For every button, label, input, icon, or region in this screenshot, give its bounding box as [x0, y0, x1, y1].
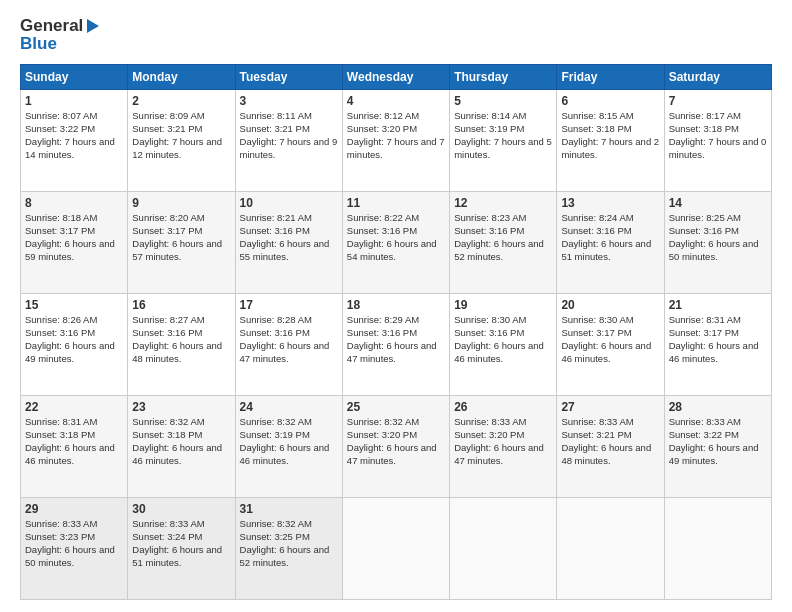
day-number: 27: [561, 399, 659, 415]
sunset-text: Sunset: 3:19 PM: [454, 123, 524, 134]
col-header-wednesday: Wednesday: [342, 65, 449, 90]
daylight-text: Daylight: 7 hours and 0 minutes.: [669, 136, 767, 160]
sunset-text: Sunset: 3:20 PM: [347, 123, 417, 134]
sunrise-text: Sunrise: 8:21 AM: [240, 212, 312, 223]
col-header-thursday: Thursday: [450, 65, 557, 90]
daylight-text: Daylight: 6 hours and 46 minutes.: [669, 340, 759, 364]
daylight-text: Daylight: 6 hours and 46 minutes.: [240, 442, 330, 466]
logo-blue: Blue: [20, 34, 57, 54]
sunset-text: Sunset: 3:20 PM: [454, 429, 524, 440]
daylight-text: Daylight: 6 hours and 47 minutes.: [454, 442, 544, 466]
sunrise-text: Sunrise: 8:17 AM: [669, 110, 741, 121]
page: General Blue SundayMondayTuesdayWednesda…: [0, 0, 792, 612]
calendar-cell: 31Sunrise: 8:32 AMSunset: 3:25 PMDayligh…: [235, 498, 342, 600]
daylight-text: Daylight: 6 hours and 47 minutes.: [240, 340, 330, 364]
calendar-cell: 18Sunrise: 8:29 AMSunset: 3:16 PMDayligh…: [342, 294, 449, 396]
sunrise-text: Sunrise: 8:18 AM: [25, 212, 97, 223]
sunset-text: Sunset: 3:16 PM: [132, 327, 202, 338]
sunrise-text: Sunrise: 8:31 AM: [669, 314, 741, 325]
calendar-cell: 7Sunrise: 8:17 AMSunset: 3:18 PMDaylight…: [664, 90, 771, 192]
sunrise-text: Sunrise: 8:15 AM: [561, 110, 633, 121]
week-row-4: 22Sunrise: 8:31 AMSunset: 3:18 PMDayligh…: [21, 396, 772, 498]
calendar-cell: 3Sunrise: 8:11 AMSunset: 3:21 PMDaylight…: [235, 90, 342, 192]
sunset-text: Sunset: 3:21 PM: [132, 123, 202, 134]
day-number: 1: [25, 93, 123, 109]
sunset-text: Sunset: 3:16 PM: [240, 225, 310, 236]
sunrise-text: Sunrise: 8:33 AM: [669, 416, 741, 427]
sunrise-text: Sunrise: 8:30 AM: [561, 314, 633, 325]
sunrise-text: Sunrise: 8:11 AM: [240, 110, 312, 121]
week-row-1: 1Sunrise: 8:07 AMSunset: 3:22 PMDaylight…: [21, 90, 772, 192]
sunset-text: Sunset: 3:21 PM: [240, 123, 310, 134]
calendar-cell: 30Sunrise: 8:33 AMSunset: 3:24 PMDayligh…: [128, 498, 235, 600]
calendar-cell: 27Sunrise: 8:33 AMSunset: 3:21 PMDayligh…: [557, 396, 664, 498]
sunset-text: Sunset: 3:18 PM: [132, 429, 202, 440]
day-number: 16: [132, 297, 230, 313]
calendar-table: SundayMondayTuesdayWednesdayThursdayFrid…: [20, 64, 772, 600]
calendar-cell: 14Sunrise: 8:25 AMSunset: 3:16 PMDayligh…: [664, 192, 771, 294]
day-number: 19: [454, 297, 552, 313]
sunrise-text: Sunrise: 8:31 AM: [25, 416, 97, 427]
logo-top: General: [20, 16, 101, 36]
calendar-cell: 21Sunrise: 8:31 AMSunset: 3:17 PMDayligh…: [664, 294, 771, 396]
col-header-monday: Monday: [128, 65, 235, 90]
sunset-text: Sunset: 3:21 PM: [561, 429, 631, 440]
calendar-cell: 25Sunrise: 8:32 AMSunset: 3:20 PMDayligh…: [342, 396, 449, 498]
calendar-cell: 8Sunrise: 8:18 AMSunset: 3:17 PMDaylight…: [21, 192, 128, 294]
sunrise-text: Sunrise: 8:29 AM: [347, 314, 419, 325]
day-number: 23: [132, 399, 230, 415]
daylight-text: Daylight: 7 hours and 9 minutes.: [240, 136, 338, 160]
week-row-2: 8Sunrise: 8:18 AMSunset: 3:17 PMDaylight…: [21, 192, 772, 294]
calendar-cell: 26Sunrise: 8:33 AMSunset: 3:20 PMDayligh…: [450, 396, 557, 498]
sunset-text: Sunset: 3:24 PM: [132, 531, 202, 542]
daylight-text: Daylight: 7 hours and 7 minutes.: [347, 136, 445, 160]
daylight-text: Daylight: 7 hours and 12 minutes.: [132, 136, 222, 160]
sunrise-text: Sunrise: 8:30 AM: [454, 314, 526, 325]
day-number: 18: [347, 297, 445, 313]
daylight-text: Daylight: 6 hours and 55 minutes.: [240, 238, 330, 262]
day-number: 9: [132, 195, 230, 211]
day-number: 7: [669, 93, 767, 109]
sunset-text: Sunset: 3:16 PM: [347, 225, 417, 236]
daylight-text: Daylight: 6 hours and 47 minutes.: [347, 442, 437, 466]
daylight-text: Daylight: 6 hours and 48 minutes.: [132, 340, 222, 364]
sunrise-text: Sunrise: 8:23 AM: [454, 212, 526, 223]
calendar-cell: 10Sunrise: 8:21 AMSunset: 3:16 PMDayligh…: [235, 192, 342, 294]
logo-arrow-icon: [83, 17, 101, 35]
sunrise-text: Sunrise: 8:28 AM: [240, 314, 312, 325]
calendar-cell: 2Sunrise: 8:09 AMSunset: 3:21 PMDaylight…: [128, 90, 235, 192]
daylight-text: Daylight: 6 hours and 59 minutes.: [25, 238, 115, 262]
day-number: 4: [347, 93, 445, 109]
calendar-cell: 5Sunrise: 8:14 AMSunset: 3:19 PMDaylight…: [450, 90, 557, 192]
day-number: 26: [454, 399, 552, 415]
daylight-text: Daylight: 7 hours and 2 minutes.: [561, 136, 659, 160]
day-number: 15: [25, 297, 123, 313]
day-number: 12: [454, 195, 552, 211]
calendar-cell: [557, 498, 664, 600]
sunset-text: Sunset: 3:16 PM: [454, 327, 524, 338]
calendar-cell: 22Sunrise: 8:31 AMSunset: 3:18 PMDayligh…: [21, 396, 128, 498]
day-number: 2: [132, 93, 230, 109]
logo: General Blue: [20, 16, 101, 54]
daylight-text: Daylight: 6 hours and 51 minutes.: [132, 544, 222, 568]
calendar-cell: 15Sunrise: 8:26 AMSunset: 3:16 PMDayligh…: [21, 294, 128, 396]
sunset-text: Sunset: 3:25 PM: [240, 531, 310, 542]
daylight-text: Daylight: 6 hours and 52 minutes.: [454, 238, 544, 262]
calendar-cell: 29Sunrise: 8:33 AMSunset: 3:23 PMDayligh…: [21, 498, 128, 600]
sunrise-text: Sunrise: 8:26 AM: [25, 314, 97, 325]
day-number: 29: [25, 501, 123, 517]
sunset-text: Sunset: 3:17 PM: [132, 225, 202, 236]
sunrise-text: Sunrise: 8:24 AM: [561, 212, 633, 223]
sunrise-text: Sunrise: 8:33 AM: [132, 518, 204, 529]
calendar-cell: 23Sunrise: 8:32 AMSunset: 3:18 PMDayligh…: [128, 396, 235, 498]
daylight-text: Daylight: 7 hours and 5 minutes.: [454, 136, 552, 160]
col-header-saturday: Saturday: [664, 65, 771, 90]
sunrise-text: Sunrise: 8:22 AM: [347, 212, 419, 223]
sunset-text: Sunset: 3:17 PM: [669, 327, 739, 338]
sunrise-text: Sunrise: 8:32 AM: [132, 416, 204, 427]
daylight-text: Daylight: 6 hours and 54 minutes.: [347, 238, 437, 262]
logo-general: General: [20, 16, 83, 36]
calendar-cell: 17Sunrise: 8:28 AMSunset: 3:16 PMDayligh…: [235, 294, 342, 396]
sunset-text: Sunset: 3:18 PM: [25, 429, 95, 440]
daylight-text: Daylight: 6 hours and 46 minutes.: [561, 340, 651, 364]
